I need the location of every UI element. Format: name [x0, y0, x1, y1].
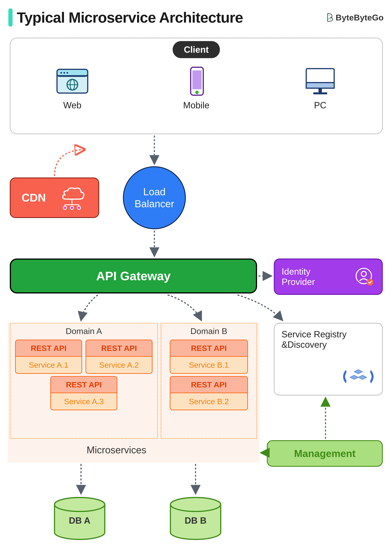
service-b1-api: REST API: [171, 340, 247, 357]
domain-b-box: Domain B REST API Service B.1 REST API S…: [161, 323, 257, 439]
brand-icon: [325, 13, 334, 22]
brand-logo: ByteByteGo: [325, 13, 384, 22]
service-b2: REST API Service B.2: [170, 376, 248, 410]
database-b-label: DB B: [185, 515, 207, 526]
domain-a-title: Domain A: [66, 326, 102, 336]
svg-rect-11: [192, 70, 202, 89]
svg-point-5: [63, 72, 65, 74]
svg-point-6: [67, 72, 68, 74]
management-label: Management: [294, 448, 355, 459]
registry-icon: [342, 364, 375, 389]
api-gateway: API Gateway: [10, 259, 257, 293]
client-web: Web: [55, 67, 89, 110]
load-balancer-label: Load Balancer: [135, 186, 174, 210]
svg-marker-29: [358, 375, 367, 379]
domain-a-box: Domain A REST API Service A.1 REST API S…: [10, 323, 158, 439]
client-web-label: Web: [63, 100, 81, 110]
client-label: Client: [173, 41, 220, 58]
microservices-label: Microservices: [87, 444, 147, 456]
service-a2-name: Service A.2: [86, 357, 152, 373]
database-a: DB A: [52, 496, 108, 541]
api-gateway-label: API Gateway: [96, 269, 171, 283]
service-b2-api: REST API: [171, 377, 247, 393]
service-a3-api: REST API: [51, 377, 117, 393]
diagram-title: Typical Microservice Architecture: [17, 9, 325, 26]
accent-bar: [8, 8, 12, 26]
service-a2: REST API Service A.2: [86, 340, 153, 374]
service-a1: REST API Service A.1: [15, 340, 82, 374]
brand-text: ByteByteGo: [336, 13, 384, 22]
service-b1-name: Service B.1: [171, 357, 247, 373]
service-registry: Service Registry &Discovery: [274, 323, 383, 396]
service-a1-name: Service A.1: [16, 357, 81, 373]
management-box: Management: [267, 440, 383, 467]
cdn-box: CDN: [10, 178, 99, 218]
database-b: DB B: [168, 496, 224, 541]
svg-rect-15: [318, 88, 322, 92]
svg-point-22: [70, 206, 74, 210]
cdn-label: CDN: [22, 191, 46, 204]
database-a-label: DB A: [69, 515, 90, 526]
domain-b-title: Domain B: [190, 326, 227, 336]
client-pc-label: PC: [314, 100, 326, 110]
svg-marker-27: [354, 370, 362, 374]
client-container: Client Web M: [10, 38, 383, 134]
svg-marker-28: [350, 375, 358, 379]
svg-rect-3: [57, 75, 88, 76]
client-mobile: Mobile: [179, 67, 213, 110]
service-b2-name: Service B.2: [171, 393, 247, 409]
service-a3: REST API Service A.3: [50, 376, 117, 410]
service-b1: REST API Service B.1: [170, 340, 248, 374]
service-a3-name: Service A.3: [51, 393, 117, 409]
svg-point-4: [60, 72, 62, 74]
identity-provider: Identity Provider: [274, 259, 383, 295]
user-check-icon: [354, 266, 375, 287]
service-registry-label: Service Registry &Discovery: [282, 329, 375, 350]
load-balancer: Load Balancer: [123, 166, 186, 229]
client-pc: PC: [303, 67, 337, 110]
service-a2-api: REST API: [86, 340, 152, 357]
mobile-icon: [179, 67, 213, 96]
svg-point-21: [63, 206, 67, 210]
svg-point-12: [195, 91, 199, 94]
svg-point-23: [77, 206, 81, 210]
svg-rect-14: [306, 83, 334, 88]
diagram-canvas: Client Web M: [0, 32, 392, 545]
client-row: Web Mobile PC: [10, 67, 382, 110]
cdn-icon: [57, 185, 87, 210]
identity-provider-label: Identity Provider: [282, 266, 315, 287]
web-icon: [55, 67, 89, 96]
svg-point-26: [367, 279, 374, 286]
svg-point-25: [361, 271, 366, 276]
header: Typical Microservice Architecture ByteBy…: [0, 0, 392, 32]
pc-icon: [303, 67, 337, 96]
svg-rect-16: [313, 92, 327, 94]
svg-point-0: [329, 15, 329, 16]
service-a1-api: REST API: [16, 340, 81, 357]
client-mobile-label: Mobile: [183, 100, 209, 110]
